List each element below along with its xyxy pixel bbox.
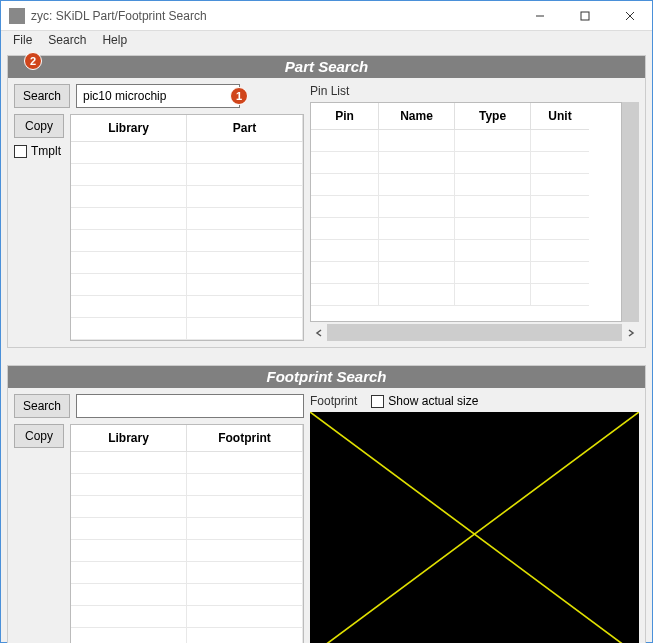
scroll-left-icon[interactable] — [310, 324, 327, 341]
footprint-preview — [310, 412, 639, 643]
scroll-track[interactable] — [327, 324, 622, 341]
menu-search[interactable]: Search — [40, 31, 94, 49]
minimize-icon — [535, 11, 545, 21]
pin-col-pin[interactable]: Pin — [311, 103, 379, 130]
panel-splitter[interactable] — [7, 354, 646, 359]
part-search-panel: 2 Part Search Search 1 Copy — [7, 55, 646, 348]
part-results-table[interactable]: Library Part — [70, 114, 304, 341]
tmplt-label: Tmplt — [31, 144, 61, 158]
part-right-column: Pin List Pin Name Type Unit — [310, 84, 639, 341]
svg-rect-1 — [581, 12, 589, 20]
footprint-placeholder-icon — [310, 412, 639, 643]
close-button[interactable] — [607, 1, 652, 30]
app-window: zyc: SKiDL Part/Footprint Search File Se… — [0, 0, 653, 643]
maximize-button[interactable] — [562, 1, 607, 30]
footprint-col-library[interactable]: Library — [71, 425, 187, 452]
footprint-right-column: Footprint Show actual size — [310, 394, 639, 643]
pin-col-name[interactable]: Name — [379, 103, 455, 130]
tmplt-checkbox-row[interactable]: Tmplt — [14, 144, 64, 158]
footprint-search-input[interactable] — [76, 394, 304, 418]
pin-vertical-scrollbar[interactable] — [622, 102, 639, 322]
maximize-icon — [580, 11, 590, 21]
minimize-button[interactable] — [517, 1, 562, 30]
callout-badge-1: 1 — [230, 87, 248, 105]
pin-list-label: Pin List — [310, 84, 639, 98]
show-actual-checkbox[interactable] — [371, 395, 384, 408]
pin-list-table[interactable]: Pin Name Type Unit — [310, 102, 622, 322]
menubar: File Search Help — [1, 31, 652, 49]
close-icon — [625, 11, 635, 21]
show-actual-label: Show actual size — [388, 394, 478, 408]
window-title: zyc: SKiDL Part/Footprint Search — [31, 9, 517, 23]
tmplt-checkbox[interactable] — [14, 145, 27, 158]
footprint-left-column: Search Copy Library Footprint — [14, 394, 304, 643]
pin-horizontal-scrollbar[interactable] — [310, 324, 639, 341]
app-icon — [9, 8, 25, 24]
menu-help[interactable]: Help — [94, 31, 135, 49]
footprint-preview-label: Footprint — [310, 394, 357, 408]
footprint-search-panel: Footprint Search Search Copy Library — [7, 365, 646, 643]
scroll-right-icon[interactable] — [622, 324, 639, 341]
footprint-copy-button[interactable]: Copy — [14, 424, 64, 448]
footprint-results-table[interactable]: Library Footprint — [70, 424, 304, 643]
part-left-column: Search 1 Copy Tmplt — [14, 84, 304, 341]
menu-file[interactable]: File — [5, 31, 40, 49]
part-col-part[interactable]: Part — [187, 115, 303, 142]
part-search-button[interactable]: Search — [14, 84, 70, 108]
part-search-header: Part Search — [8, 56, 645, 78]
svg-line-5 — [310, 412, 639, 643]
pin-col-unit[interactable]: Unit — [531, 103, 589, 130]
footprint-search-header: Footprint Search — [8, 366, 645, 388]
titlebar: zyc: SKiDL Part/Footprint Search — [1, 1, 652, 31]
part-search-input[interactable] — [76, 84, 240, 108]
part-copy-button[interactable]: Copy — [14, 114, 64, 138]
pin-col-type[interactable]: Type — [455, 103, 531, 130]
show-actual-checkbox-row[interactable]: Show actual size — [371, 394, 478, 408]
part-col-library[interactable]: Library — [71, 115, 187, 142]
svg-line-4 — [310, 412, 639, 643]
footprint-search-button[interactable]: Search — [14, 394, 70, 418]
footprint-col-footprint[interactable]: Footprint — [187, 425, 303, 452]
callout-badge-2: 2 — [24, 52, 42, 70]
